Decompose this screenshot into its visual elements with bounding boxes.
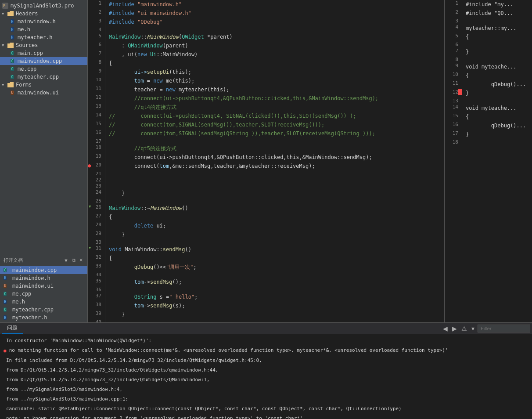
right-line-num-1: 1 (445, 0, 462, 9)
icon-cpp: C (9, 58, 16, 64)
right-line-num-8: 8 (445, 56, 462, 62)
open-doc-label-me_cpp: me.cpp (12, 291, 31, 297)
issues-filter-input[interactable] (478, 325, 530, 332)
right-line-num-6: 6 (445, 41, 462, 47)
issue-item-7[interactable]: candidate: static QMetaObject::Connectio… (0, 404, 532, 414)
icon-cpp: C (9, 74, 16, 80)
code-content-39: } (105, 310, 444, 319)
tree-item-me_h[interactable]: Hme.h (0, 25, 87, 33)
issues-nav-next[interactable]: ▶ (451, 325, 458, 332)
open-doc-mainwindow_cpp[interactable]: Cmainwindow.cpp (0, 266, 87, 274)
code-line-6: 6 : QMainWindow(parent) (88, 41, 444, 50)
line-number-12: 12 (88, 94, 105, 103)
code-content-8: { (105, 59, 444, 68)
line-number-27: 27 (88, 213, 105, 221)
collapse-arrow-26[interactable]: ▼ (89, 204, 91, 209)
right-content-8 (462, 56, 532, 62)
right-code-editor[interactable]: 1#include "my...2#include "QD...34myteac… (445, 0, 532, 322)
open-doc-me_h[interactable]: Hme.h (0, 298, 87, 306)
code-line-33: 33 qDebug()<<"调用一次"; (88, 263, 444, 271)
open-docs-header: 打开文档 ▼ ⧉ ✕ (0, 255, 87, 265)
right-line-num-9: 9 (445, 62, 462, 71)
code-line-10: 10 tom = new me(this); (88, 76, 444, 85)
collapse-arrow-31[interactable]: ▼ (89, 246, 91, 250)
line-number-31: 31▼ (88, 245, 105, 254)
tree-item-myteacher_h[interactable]: Hmyteacher.h (0, 33, 87, 41)
tree-item-me_cpp[interactable]: Cme.cpp (0, 65, 87, 73)
code-content-7: , ui(new Ui::MainWindow) (105, 50, 444, 59)
issue-item-4[interactable]: from D:/Qt/Qt5.14.2/5.14.2/mingw73_32/in… (0, 375, 532, 385)
line-number-6: 6 (88, 41, 105, 50)
issue-text-7: candidate: static QMetaObject::Connectio… (6, 405, 528, 412)
code-content-14: // connect(ui->pushButtonqt4, SIGNAL(cli… (105, 112, 444, 120)
code-editor[interactable]: 1#include "mainwindow.h"2#include "ui_ma… (88, 0, 444, 322)
tree-item-forms[interactable]: ▼Forms (0, 81, 87, 89)
open-doc-mainwindow_h[interactable]: Hmainwindow.h (0, 274, 87, 282)
right-content-13 (462, 98, 532, 104)
issue-item-1[interactable]: ●no matching function for call to 'MainW… (0, 346, 532, 356)
open-doc-me_cpp[interactable]: Cme.cpp (0, 290, 87, 298)
code-line-34: 34 (88, 271, 444, 278)
tree-label-main_cpp: main.cpp (18, 50, 43, 56)
open-docs-title: 打开文档 (4, 257, 23, 264)
code-content-3: #include "QDebug" (105, 18, 444, 26)
code-line-7: 7 , ui(new Ui::MainWindow) (88, 50, 444, 59)
code-line-26: 26▼MainWindow::~MainWindow() (88, 204, 444, 213)
code-content-4 (105, 26, 444, 33)
code-content-24: } (105, 189, 444, 198)
issue-item-2[interactable]: In file included from D:/Qt/Qt5.14.2/5.1… (0, 356, 532, 365)
tree-item-headers[interactable]: ▼Headers (0, 10, 87, 18)
line-number-3: 3 (88, 18, 105, 26)
tree-item-mainwindow_cpp[interactable]: Cmainwindow.cpp (0, 57, 87, 65)
tree-item-sources[interactable]: ▼Sources (0, 41, 87, 49)
issue-item-8[interactable]: note: no known conversion for argument 2… (0, 414, 532, 419)
right-line-num-4: 4 (445, 24, 462, 33)
code-line-22: 22 (88, 177, 444, 183)
right-editor-panel: 1#include "my...2#include "QD...34myteac… (444, 0, 532, 322)
tree-item-mainwindow_ui[interactable]: Umainwindow.ui (0, 89, 87, 97)
issues-warning-toggle[interactable]: ⚠ (460, 325, 468, 332)
open-docs-toggle[interactable]: ▼ (63, 257, 69, 263)
issue-item-6[interactable]: from ../mySignalAndSlot3/mainwindow.cpp:… (0, 394, 532, 404)
open-doc-label-me_h: me.h (12, 299, 25, 305)
right-line-num-11: 11 (445, 80, 462, 89)
right-line-5: 5{ (445, 33, 532, 41)
right-line-num-18: 18 (445, 139, 462, 145)
open-doc-myteacher_cpp[interactable]: Cmyteacher.cpp (0, 306, 87, 314)
open-doc-label-mainwindow_cpp: mainwindow.cpp (12, 267, 57, 273)
tree-item-main_cpp[interactable]: Cmain.cpp (0, 49, 87, 57)
right-content-14: void myteache... (462, 104, 532, 112)
issues-list: In constructor 'MainWindow::MainWindow(Q… (0, 334, 532, 419)
code-line-1: 1#include "mainwindow.h" (88, 0, 444, 9)
code-line-36: 36 (88, 286, 444, 293)
open-docs-close[interactable]: ✕ (78, 257, 84, 263)
tree-label-project: mySignalAndSlot3.pro (11, 3, 74, 9)
open-doc-icon-mainwindow_h: H (4, 276, 11, 280)
open-docs-split[interactable]: ⧉ (71, 257, 76, 263)
tree-item-project[interactable]: PmySignalAndSlot3.pro (0, 2, 87, 10)
code-content-9: ui->setupUi(this); (105, 68, 444, 76)
sidebar: PmySignalAndSlot3.pro▼HeadersHmainwindow… (0, 0, 88, 322)
issue-item-0[interactable]: In constructor 'MainWindow::MainWindow(Q… (0, 336, 532, 346)
open-doc-myteacher_h[interactable]: Hmyteacher.h (0, 314, 87, 321)
tab-issues[interactable]: 问题 (2, 322, 23, 334)
issue-item-3[interactable]: from D:/Qt/Qt5.14.2/5.14.2/mingw73_32/in… (0, 365, 532, 375)
icon-folder (7, 82, 14, 88)
code-content-29: } (105, 230, 444, 239)
issues-filter-toggle[interactable]: ▾ (470, 325, 476, 332)
tree-item-myteacher_cpp[interactable]: Cmyteacher.cpp (0, 73, 87, 81)
tree-label-headers: Headers (16, 11, 38, 17)
open-doc-label-myteacher_cpp: myteacher.cpp (12, 307, 54, 313)
code-line-35: 35 tom->sendMsg(); (88, 278, 444, 286)
code-line-27: 27{ (88, 213, 444, 221)
tree-item-mainwindow_h[interactable]: Hmainwindow.h (0, 18, 87, 25)
line-number-2: 2 (88, 9, 105, 18)
open-doc-icon-me_h: H (4, 300, 11, 304)
line-number-23: 23 (88, 183, 105, 189)
issues-nav-prev[interactable]: ◀ (442, 325, 449, 332)
line-number-4: 4 (88, 26, 105, 33)
open-doc-mainwindow_ui[interactable]: Umainwindow.ui (0, 282, 87, 290)
issue-item-5[interactable]: from ../mySignalAndSlot3/mainwindow.h:4, (0, 385, 532, 394)
code-content-19: connect(ui->pushButtonqt4,&QPushButton::… (105, 153, 444, 162)
right-line-6: 6 (445, 41, 532, 47)
